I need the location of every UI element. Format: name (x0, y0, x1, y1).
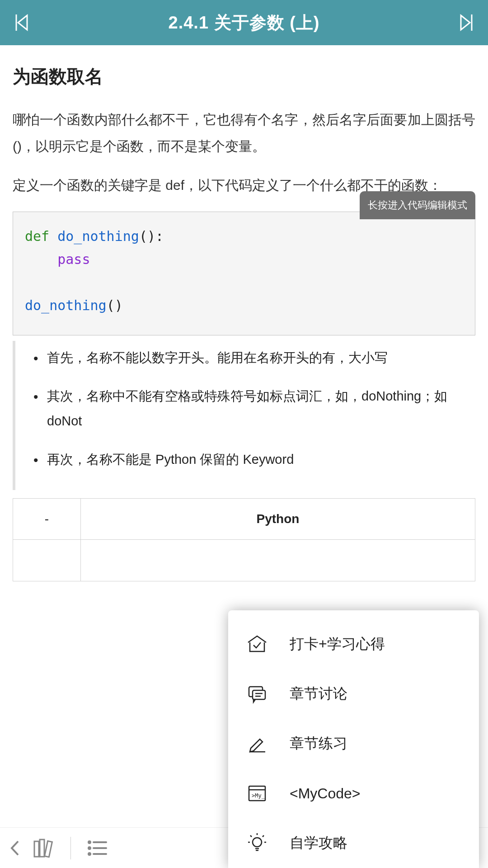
svg-point-7 (89, 847, 90, 849)
table-header-python: Python (81, 498, 475, 540)
header: 2.4.1 关于参数 (上) (0, 0, 488, 45)
section-title: 为函数取名 (13, 59, 475, 94)
popup-item-label: <MyCode> (290, 785, 361, 802)
svg-point-9 (89, 853, 90, 855)
code-edit-hint: 长按进入代码编辑模式 (360, 191, 475, 220)
list-item: 其次，名称中不能有空格或特殊符号如标点词汇，如，doNothing；如 doNo… (33, 384, 475, 434)
table-row (13, 540, 81, 581)
actions-popup: 打卡+学习心得 章节讨论 章节练习 >My_ (228, 610, 479, 868)
code-keyword-def: def (25, 228, 49, 244)
library-icon[interactable] (33, 839, 54, 858)
popup-item-mycode[interactable]: >My_ <MyCode> (228, 769, 479, 818)
svg-rect-2 (34, 841, 39, 857)
code-indent (25, 251, 57, 267)
code-fn-name-call: do_nothing (25, 297, 107, 313)
popup-item-label: 打卡+学习心得 (290, 634, 385, 654)
paragraph-1: 哪怕一个函数内部什么都不干，它也得有个名字，然后名字后面要加上圆括号 ()，以明… (13, 107, 475, 160)
popup-item-exercise[interactable]: 章节练习 (228, 719, 479, 769)
lightbulb-icon (246, 832, 268, 854)
popup-item-label: 自学攻略 (290, 833, 347, 853)
svg-point-5 (89, 841, 90, 843)
content-area: 为函数取名 哪怕一个函数内部什么都不干，它也得有个名字，然后名字后面要加上圆括号… (0, 45, 488, 581)
next-chapter-icon[interactable] (459, 14, 474, 32)
popup-item-label: 章节讨论 (290, 684, 347, 704)
keyword-table: - Python (13, 498, 475, 581)
table-header-blank: - (13, 498, 81, 540)
popup-item-label: 章节练习 (290, 734, 347, 754)
table-row (81, 540, 475, 581)
code-keyword-pass: pass (57, 251, 90, 267)
code-parens-def: (): (139, 228, 164, 244)
page-title: 2.4.1 关于参数 (上) (169, 11, 320, 34)
svg-line-25 (250, 835, 252, 837)
code-parens-call: () (107, 297, 123, 313)
popup-item-selfstudy[interactable]: 自学攻略 (228, 818, 479, 868)
checkin-icon (246, 633, 268, 655)
prev-chapter-icon[interactable] (14, 14, 29, 32)
back-icon[interactable] (9, 840, 20, 857)
code-window-icon: >My_ (246, 783, 268, 804)
pencil-icon (246, 733, 268, 755)
svg-rect-4 (45, 841, 52, 857)
popup-item-checkin[interactable]: 打卡+学习心得 (228, 619, 479, 669)
svg-rect-3 (40, 840, 44, 857)
svg-rect-12 (253, 690, 265, 699)
code-fn-name-def: do_nothing (49, 228, 139, 244)
svg-point-19 (253, 838, 262, 847)
code-block-wrapper: 长按进入代码编辑模式 def do_nothing(): pass do_not… (13, 212, 475, 335)
toc-icon[interactable] (87, 840, 107, 856)
svg-line-26 (263, 835, 264, 837)
divider (70, 837, 71, 859)
list-item: 再次，名称不能是 Python 保留的 Keyword (33, 447, 475, 472)
code-block[interactable]: def do_nothing(): pass do_nothing() (13, 212, 475, 335)
rules-block: 首先，名称不能以数字开头。能用在名称开头的有，大小写 其次，名称中不能有空格或特… (13, 341, 475, 490)
svg-text:>My_: >My_ (252, 793, 265, 799)
comment-icon (246, 683, 268, 705)
popup-item-discussion[interactable]: 章节讨论 (228, 669, 479, 719)
list-item: 首先，名称不能以数字开头。能用在名称开头的有，大小写 (33, 345, 475, 370)
